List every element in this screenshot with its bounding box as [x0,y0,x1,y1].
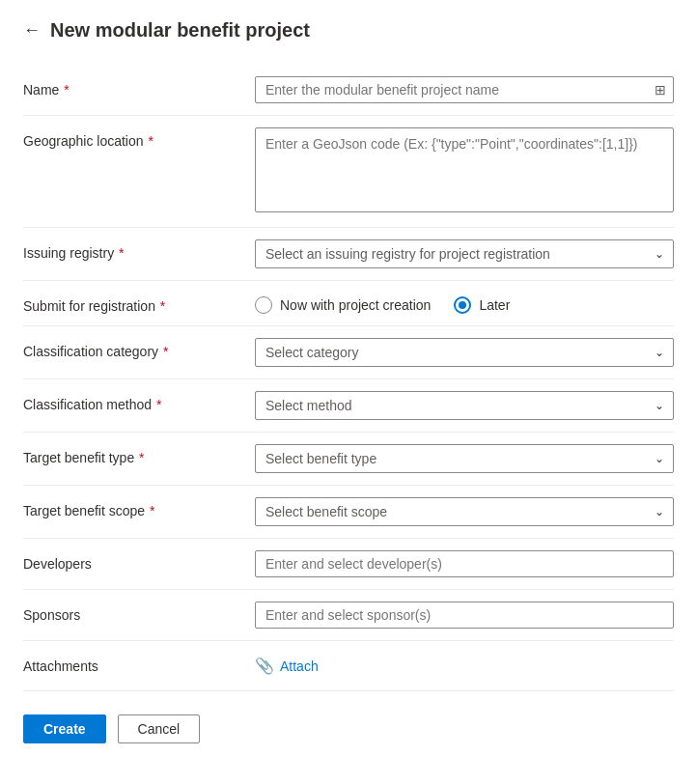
classification-method-label: Classification method * [23,391,255,412]
back-button[interactable]: ← [23,20,41,41]
issuing-registry-select[interactable]: Select an issuing registry for project r… [255,239,674,268]
target-benefit-scope-select-wrapper: Select benefit scope ⌄ [255,497,674,526]
target-benefit-type-row: Target benefit type * Select benefit typ… [23,433,674,486]
developers-control [255,550,674,577]
classification-category-control: Select category ⌄ [255,338,674,367]
classification-category-row: Classification category * Select categor… [23,326,674,379]
target-benefit-scope-row: Target benefit scope * Select benefit sc… [23,486,674,539]
name-row: Name * ⊞ [23,65,674,116]
issuing-registry-row: Issuing registry * Select an issuing reg… [23,228,674,281]
target-benefit-type-select[interactable]: Select benefit type [255,444,674,473]
name-required: * [60,82,69,98]
classification-method-select-wrapper: Select method ⌄ [255,391,674,420]
page-header: ← New modular benefit project [23,19,674,42]
classification-method-control: Select method ⌄ [255,391,674,420]
sponsors-control [255,602,674,629]
method-required: * [153,397,161,412]
attach-button[interactable]: 📎 Attach [255,653,319,679]
target-benefit-scope-label: Target benefit scope * [23,497,255,518]
type-required: * [135,450,144,465]
submit-registration-row: Submit for registration * Now with proje… [23,281,674,326]
issuing-registry-control: Select an issuing registry for project r… [255,239,674,268]
classification-method-select[interactable]: Select method [255,391,674,420]
target-benefit-scope-control: Select benefit scope ⌄ [255,497,674,526]
issuing-registry-select-wrapper: Select an issuing registry for project r… [255,239,674,268]
name-control: ⊞ [255,76,674,103]
classification-category-select-wrapper: Select category ⌄ [255,338,674,367]
classification-category-select[interactable]: Select category [255,338,674,367]
radio-now-circle [255,296,272,314]
sponsors-input[interactable] [255,602,674,629]
target-benefit-type-control: Select benefit type ⌄ [255,444,674,473]
issuing-registry-label: Issuing registry * [23,239,255,261]
cat-required: * [159,344,168,359]
developers-row: Developers [23,539,674,590]
developers-label: Developers [23,550,255,572]
attachments-row: Attachments 📎 Attach [23,641,674,691]
name-input[interactable] [255,76,674,103]
sponsors-row: Sponsors [23,590,674,641]
submit-registration-control: Now with project creation Later [255,293,674,314]
sponsors-label: Sponsors [23,602,255,623]
name-input-wrapper: ⊞ [255,76,674,103]
scope-required: * [146,503,154,518]
geographic-location-row: Geographic location * [23,116,674,228]
submit-required: * [156,298,165,314]
developers-input[interactable] [255,550,674,577]
target-benefit-type-label: Target benefit type * [23,444,255,465]
target-benefit-type-select-wrapper: Select benefit type ⌄ [255,444,674,473]
radio-group: Now with project creation Later [255,293,674,314]
attachments-label: Attachments [23,653,255,674]
footer-buttons: Create Cancel [23,714,674,743]
radio-now-option[interactable]: Now with project creation [255,296,431,314]
geo-required: * [145,133,153,149]
radio-later-option[interactable]: Later [454,296,510,314]
cancel-button[interactable]: Cancel [118,714,201,743]
paperclip-icon: 📎 [255,657,274,675]
create-button[interactable]: Create [23,714,106,743]
attach-label: Attach [280,658,319,674]
classification-method-row: Classification method * Select method ⌄ [23,379,674,433]
submit-registration-label: Submit for registration * [23,293,255,314]
radio-later-circle [454,296,471,314]
geographic-location-control [255,127,674,215]
name-icon: ⊞ [655,82,666,98]
name-label: Name * [23,76,255,98]
geographic-location-input[interactable] [255,127,674,212]
classification-category-label: Classification category * [23,338,255,359]
target-benefit-scope-select[interactable]: Select benefit scope [255,497,674,526]
page-title: New modular benefit project [50,19,310,42]
radio-later-label: Later [479,297,510,313]
radio-now-label: Now with project creation [280,297,431,313]
issuing-required: * [115,245,124,261]
geographic-location-label: Geographic location * [23,127,255,149]
attachments-control: 📎 Attach [255,653,674,679]
